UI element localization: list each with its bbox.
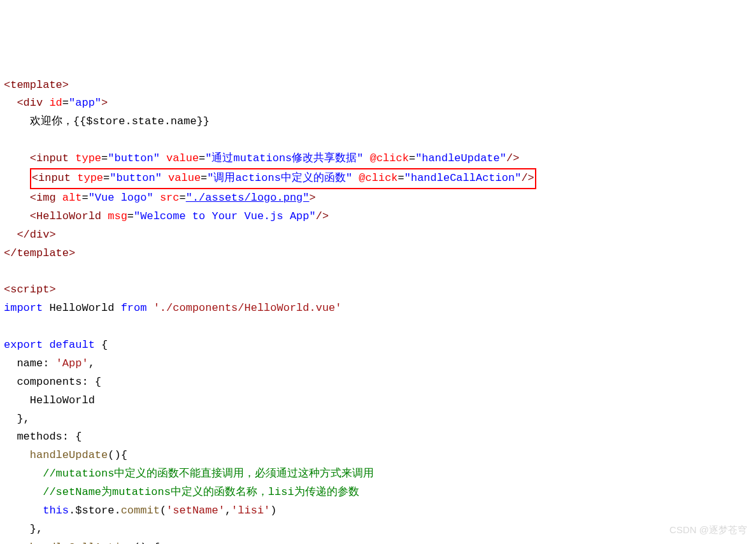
- ident-helloworld: HelloWorld: [30, 394, 95, 406]
- attr-click: @click: [370, 152, 409, 164]
- tag-div-open: <div: [17, 97, 43, 109]
- val-app: "app": [69, 97, 101, 109]
- kw-from: from: [121, 302, 147, 314]
- tag-template-close: </template>: [4, 247, 75, 259]
- kw-this: this: [43, 505, 69, 517]
- tag-script-open: <script>: [4, 283, 56, 296]
- kw-default: default: [49, 339, 94, 351]
- comment-mutations-2: //setName为mutations中定义的函数名称，lisi为传递的参数: [43, 486, 359, 498]
- comma: ,: [225, 505, 231, 517]
- brace-open: {: [95, 376, 101, 388]
- kw-import: import: [4, 302, 43, 314]
- tag-template-open: <template>: [4, 79, 69, 91]
- brace-open: {: [75, 431, 82, 443]
- tag-selfclose: />: [316, 210, 329, 222]
- fn-handlecallaction: handleCallAction: [30, 541, 134, 544]
- attr-id: id: [49, 97, 62, 109]
- str-lisi: 'lisi': [231, 505, 270, 517]
- fn-parens: () {: [134, 541, 160, 544]
- val-logo-path: "./assets/logo.png": [186, 192, 310, 204]
- val-actions-label: "调用actions中定义的函数": [207, 172, 352, 184]
- equals: =: [62, 97, 69, 109]
- str-component-path: './components/HelloWorld.vue': [153, 302, 342, 314]
- attr-src: src: [160, 192, 180, 204]
- attr-type: type: [77, 172, 103, 184]
- highlight-box-input2: <input type="button" value="调用actions中定义…: [30, 168, 536, 189]
- store-path: .$store.: [69, 505, 121, 517]
- brace-open: {: [101, 339, 108, 351]
- comma: ,: [89, 357, 95, 369]
- prop-methods: methods:: [17, 431, 69, 443]
- kw-export: export: [4, 339, 43, 351]
- fn-parens: (){: [108, 449, 127, 461]
- brace-close: },: [17, 413, 29, 425]
- fn-commit: commit: [121, 505, 160, 517]
- str-setname: 'setName': [166, 505, 225, 517]
- attr-alt: alt: [62, 192, 82, 204]
- str-app: 'App': [56, 357, 89, 369]
- attr-click: @click: [359, 172, 397, 184]
- attr-value: value: [168, 172, 201, 184]
- ident-helloworld: HelloWorld: [49, 302, 114, 314]
- tag-selfclose: />: [521, 172, 534, 184]
- val-mutations-label: "通过mutations修改共享数据": [205, 152, 363, 164]
- tag-helloworld: <HelloWorld: [30, 210, 101, 222]
- val-welcome-msg: "Welcome to Your Vue.js App": [134, 210, 316, 222]
- attr-value: value: [166, 152, 199, 164]
- tag-selfclose: />: [506, 152, 519, 164]
- prop-components: components:: [17, 376, 88, 388]
- attr-msg: msg: [108, 210, 127, 222]
- interp-store-name: {{$store.state.name}}: [73, 115, 210, 127]
- text-welcome: 欢迎你，: [30, 115, 73, 127]
- tag-input1: <input: [30, 152, 69, 164]
- tag-img: <img: [30, 192, 56, 204]
- attr-type: type: [75, 152, 101, 164]
- val-button: "button": [110, 172, 162, 184]
- val-button: "button": [108, 152, 160, 164]
- tag-close: >: [101, 97, 108, 109]
- prop-name: name:: [17, 357, 49, 369]
- brace-close: },: [30, 523, 43, 535]
- paren-close: ): [270, 505, 276, 517]
- tag-div-close: </div>: [17, 229, 55, 241]
- val-vuelogo: "Vue logo": [89, 192, 153, 204]
- tag-close: >: [310, 192, 316, 204]
- val-handleupdate: "handleUpdate": [415, 152, 506, 164]
- val-handlecallaction: "handleCallAction": [404, 172, 522, 184]
- tag-input2: <input: [32, 172, 71, 184]
- fn-handleupdate: handleUpdate: [30, 449, 108, 461]
- code-block: <template> <div id="app"> 欢迎你，{{$store.s…: [4, 76, 752, 544]
- comment-mutations-1: //mutations中定义的函数不能直接调用，必须通过这种方式来调用: [43, 468, 374, 480]
- paren-open: (: [160, 505, 166, 517]
